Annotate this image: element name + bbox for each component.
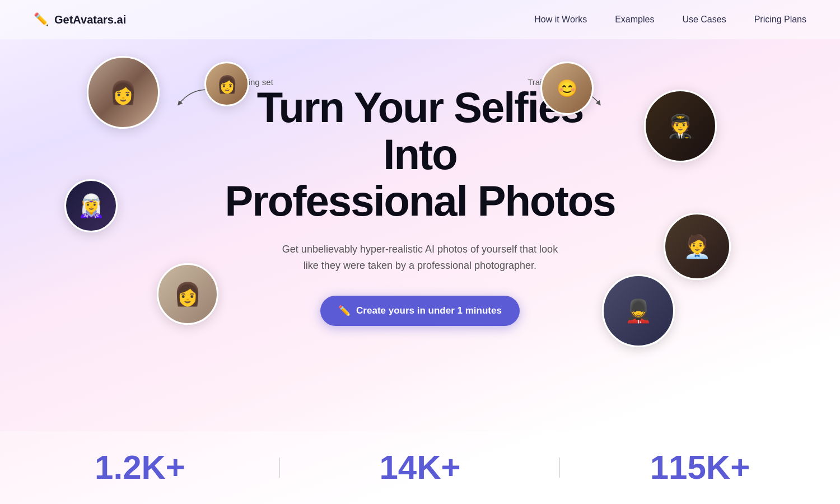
nav-examples[interactable]: Examples xyxy=(615,15,654,24)
avatar-5: 😊 xyxy=(540,62,594,115)
nav-use-cases[interactable]: Use Cases xyxy=(682,15,726,24)
stats-section: 1.2K+ 14K+ 115K+ xyxy=(0,431,840,504)
avatar-3: 🧝‍♀️ xyxy=(64,179,118,232)
logo-text: GetAvatars.ai xyxy=(54,13,126,26)
nav-links: How it Works Examples Use Cases Pricing … xyxy=(534,15,806,25)
cta-button[interactable]: ✏️ Create yours in under 1 minutes xyxy=(320,296,520,326)
logo-icon: ✏️ xyxy=(34,12,49,27)
avatar-8: 💂 xyxy=(602,274,675,347)
cta-label: Create yours in under 1 minutes xyxy=(356,305,502,316)
stat-item-1: 1.2K+ xyxy=(0,451,280,484)
nav-pricing-plans[interactable]: Pricing Plans xyxy=(754,15,806,24)
cta-icon: ✏️ xyxy=(338,305,351,317)
stat-number-1: 1.2K+ xyxy=(0,451,280,484)
nav-how-it-works[interactable]: How it Works xyxy=(534,15,587,24)
avatar-6: 🧑‍✈️ xyxy=(644,90,717,162)
stat-item-3: 115K+ xyxy=(560,451,840,484)
stat-item-2: 14K+ xyxy=(280,451,560,484)
avatar-7: 🧑‍💼 xyxy=(664,213,731,280)
avatar-1: 👩 xyxy=(87,56,160,129)
avatar-4: 👩 xyxy=(157,263,218,325)
navbar: ✏️ GetAvatars.ai How it Works Examples U… xyxy=(0,0,840,39)
stat-number-2: 14K+ xyxy=(280,451,560,484)
avatar-2: 👩 xyxy=(204,62,249,106)
stat-number-3: 115K+ xyxy=(560,451,840,484)
logo[interactable]: ✏️ GetAvatars.ai xyxy=(34,12,126,27)
hero-subtext: Get unbelievably hyper-realistic AI phot… xyxy=(280,241,560,274)
